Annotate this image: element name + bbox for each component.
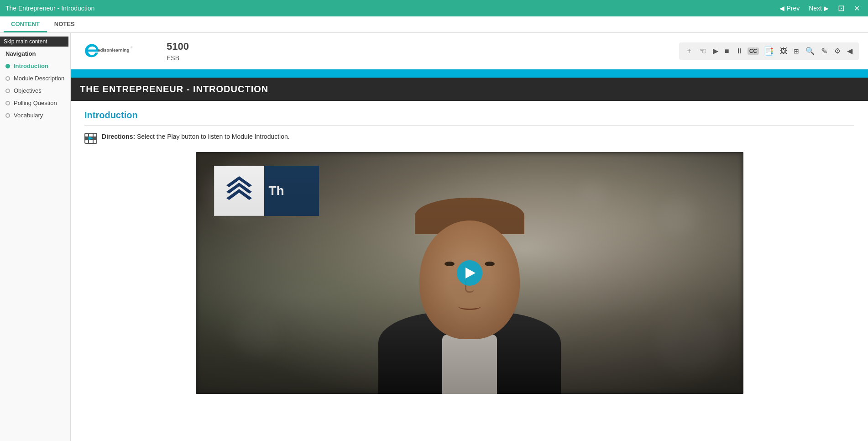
svg-rect-8 [94,140,96,143]
svg-text:edisonlearning: edisonlearning [98,47,129,52]
toolbar-zoom-btn[interactable]: 🔍 [804,46,816,56]
toolbar-pause-btn[interactable]: ⏸ [734,46,745,56]
titlebar: The Entrepreneur - Introduction ◀ Prev N… [0,0,868,16]
intro-card-text: Th [264,166,319,216]
directions-label: Directions: [102,133,135,140]
toolbar-image-btn[interactable]: 🖼 [778,46,789,56]
logo-area: edisonlearning ® [80,41,135,61]
nav-dot-vocabulary [5,113,10,118]
tab-content[interactable]: CONTENT [4,17,47,32]
nav-dot-introduction [5,64,10,68]
bokeh-2 [661,198,698,234]
skip-link[interactable]: Skip main content [0,37,68,47]
intro-card-logo [214,166,264,216]
toolbar-play-btn[interactable]: ▶ [711,46,720,56]
intro-card: Th [214,166,319,216]
bokeh-4 [232,312,278,357]
svg-rect-5 [94,134,96,136]
sidebar-heading: Navigation [0,47,70,60]
page-title-bar: THE ENTREPRENEUR - INTRODUCTION [71,78,868,101]
prev-button[interactable]: ◀ Prev [777,4,802,13]
course-info: 5100 ESB [167,41,189,62]
edisonlearning-logo: edisonlearning ® [80,41,135,61]
intro-logo-svg [221,173,257,209]
toolbar: ＋ ☜ ▶ ■ ⏸ CC 📑 🖼 ⊞ 🔍 ✎ ⚙ ◀ [679,42,859,60]
toolbar-add-btn[interactable]: ＋ [684,45,695,57]
sidebar-item-module-description[interactable]: Module Description [0,72,70,84]
nav-buttons: ◀ Prev Next ▶ ⊡ ✕ [777,2,863,14]
sidebar: Skip main content Navigation Introductio… [0,33,71,441]
shirt [442,335,497,394]
toolbar-layout-btn[interactable]: ⊞ [792,47,801,56]
tabs-bar: CONTENT NOTES [0,16,868,33]
restore-button[interactable]: ⊡ [835,2,847,14]
section-divider [84,125,854,126]
player-header: edisonlearning ® 5100 ESB ＋ ☜ ▶ ■ ⏸ CC [71,33,868,69]
page-title-text: THE ENTREPRENEUR - INTRODUCTION [80,84,268,94]
video-play-button[interactable] [457,260,482,286]
main-layout: Skip main content Navigation Introductio… [0,33,868,441]
svg-rect-3 [85,134,88,136]
toolbar-collapse-btn[interactable]: ◀ [845,46,854,56]
svg-text:®: ® [131,46,133,49]
eye-right [485,262,495,266]
toolbar-bookmark-btn[interactable]: 📑 [762,45,775,57]
nav-dot-module-description [5,76,10,81]
content-area: edisonlearning ® 5100 ESB ＋ ☜ ▶ ■ ⏸ CC [71,33,868,441]
sidebar-item-polling-question[interactable]: Polling Question [0,97,70,109]
eye-left [444,262,455,266]
sidebar-item-objectives[interactable]: Objectives [0,84,70,97]
svg-rect-6 [85,140,88,143]
sidebar-item-introduction[interactable]: Introduction [0,60,70,72]
mouth [458,303,481,310]
section-title: Introduction [84,110,854,121]
directions-row: Directions: Select the Play button to li… [84,133,854,144]
toolbar-stop-btn[interactable]: ■ [723,46,731,56]
sidebar-item-vocabulary[interactable]: Vocabulary [0,109,70,121]
tab-notes[interactable]: NOTES [47,17,82,32]
directions-content: Select the Play button to listen to Modu… [137,133,290,140]
content-body: Introduction [71,101,868,441]
toolbar-cc-btn[interactable]: CC [748,47,759,55]
nav-dot-objectives [5,89,10,93]
directions-text: Directions: Select the Play button to li… [102,133,290,140]
svg-rect-4 [89,134,93,136]
close-button[interactable]: ✕ [851,3,863,14]
window-title: The Entrepreneur - Introduction [5,5,94,12]
toolbar-edit-btn[interactable]: ✎ [819,45,830,57]
bokeh-5 [657,307,725,376]
toolbar-settings-btn[interactable]: ⚙ [832,46,842,56]
film-icon [84,133,97,144]
course-sub: ESB [167,54,189,62]
nav-dot-polling-question [5,101,10,105]
blue-accent-bar [71,69,868,78]
next-button[interactable]: Next ▶ [806,4,831,13]
course-number: 5100 [167,41,189,52]
toolbar-hand-btn[interactable]: ☜ [697,45,708,57]
video-player[interactable]: Th [196,152,743,394]
svg-rect-7 [89,140,93,143]
